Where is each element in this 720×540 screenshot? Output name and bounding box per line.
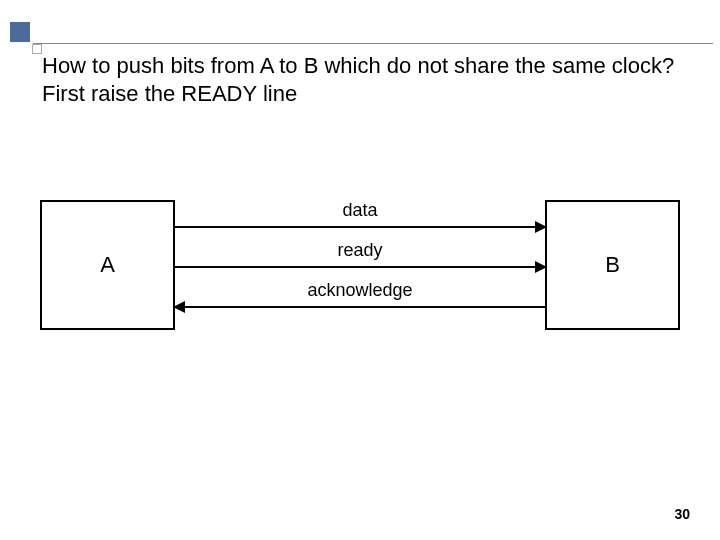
signal-label-data: data xyxy=(300,200,420,221)
signal-line-ready xyxy=(175,266,545,268)
handshake-diagram: A B data ready acknowledge xyxy=(40,200,680,360)
signal-label-ready: ready xyxy=(300,240,420,261)
arrow-right-icon xyxy=(535,261,547,273)
arrow-right-icon xyxy=(535,221,547,233)
module-a-box: A xyxy=(40,200,175,330)
module-a-label: A xyxy=(100,252,115,278)
signal-label-acknowledge: acknowledge xyxy=(300,280,420,301)
arrow-left-icon xyxy=(173,301,185,313)
title-divider xyxy=(33,43,713,44)
slide-title: How to push bits from A to B which do no… xyxy=(42,52,690,107)
signal-line-data xyxy=(175,226,545,228)
decoration-filled-square xyxy=(10,22,30,42)
module-b-label: B xyxy=(605,252,620,278)
signal-line-acknowledge xyxy=(175,306,545,308)
module-b-box: B xyxy=(545,200,680,330)
page-number: 30 xyxy=(674,506,690,522)
decoration-outline-square xyxy=(32,44,42,54)
